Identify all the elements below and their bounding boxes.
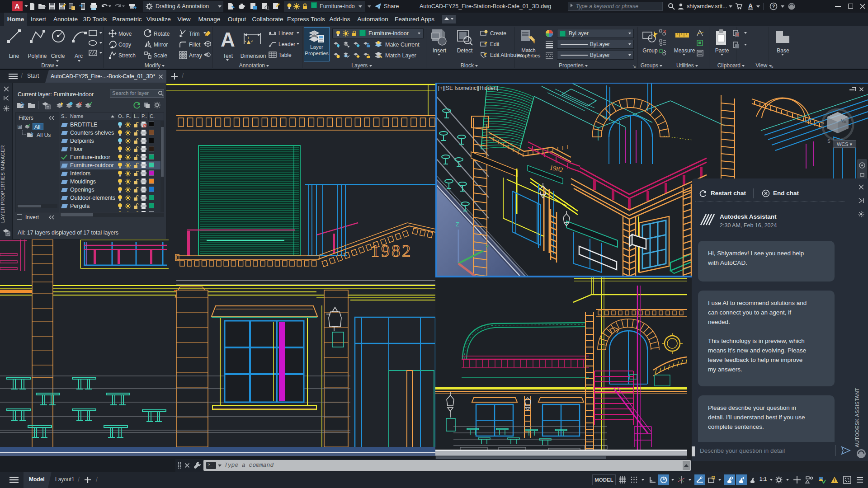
svg-text:?: ? bbox=[772, 4, 775, 9]
svg-text:Y: Y bbox=[485, 244, 489, 250]
svg-text:!: ! bbox=[834, 478, 835, 483]
svg-text:Z: Z bbox=[456, 221, 459, 228]
svg-text:1982: 1982 bbox=[371, 241, 412, 260]
svg-text:S: S bbox=[827, 139, 830, 144]
